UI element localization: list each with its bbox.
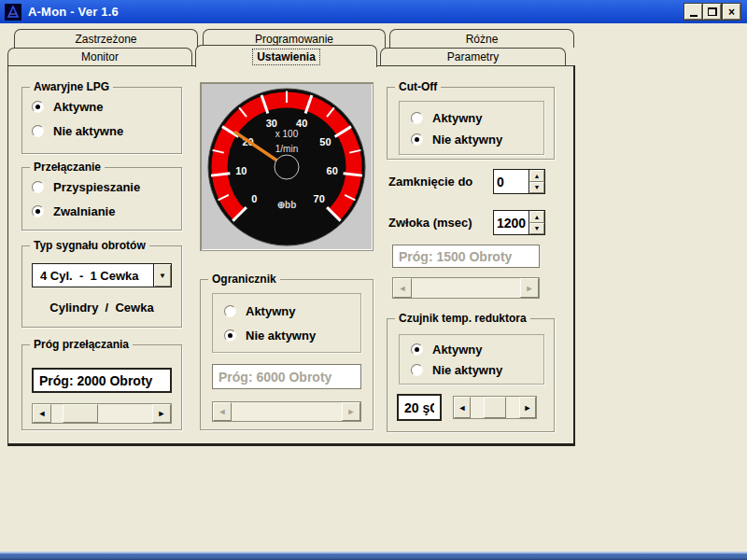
- group-title: Próg przełączania: [30, 338, 133, 351]
- tab-label: Parametry: [447, 50, 499, 63]
- tab-label: Ustawienia: [253, 49, 319, 64]
- tab-monitor[interactable]: Monitor: [7, 48, 192, 65]
- radio-label: Aktywne: [53, 100, 103, 114]
- czujnik-options-panel: Aktywny Nie aktywny: [399, 334, 544, 385]
- radio-button-icon: [32, 101, 44, 113]
- group-typ-sygnalu: Typ sygnału obrotów 4 Cyl. - 1 Cewka ▼ C…: [21, 245, 182, 328]
- scroll-left-button[interactable]: ◄: [454, 397, 471, 418]
- scrollbar-track: [412, 278, 520, 298]
- scrollbar-track[interactable]: [51, 404, 152, 423]
- cylindry-cewka-caption: Cylindry / Cewka: [22, 301, 181, 315]
- spin-up-button[interactable]: ▲: [529, 170, 544, 182]
- radio-button-icon: [32, 181, 44, 193]
- scrollbar-thumb[interactable]: [484, 397, 506, 418]
- tachometer-gauge: 010203040506070x 1001/min⊕bb: [201, 83, 373, 250]
- cylinder-signal-combobox[interactable]: 4 Cyl. - 1 Cewka ▼: [32, 263, 172, 287]
- radio-button-icon: [32, 205, 44, 217]
- cutoff-prog-field: [392, 245, 540, 268]
- minimize-icon: [690, 15, 698, 17]
- scroll-right-button: ►: [342, 402, 360, 421]
- prog-przelaczania-scrollbar: ◄ ►: [32, 403, 172, 424]
- scroll-left-button: ◄: [213, 402, 232, 421]
- restore-icon: [708, 7, 717, 16]
- app-icon: [5, 4, 21, 21]
- radio-ogranicznik-aktywny[interactable]: Aktywny: [224, 303, 295, 318]
- radio-cutoff-aktywny[interactable]: Aktywny: [411, 110, 482, 125]
- group-title: Awaryjne LPG: [30, 80, 113, 93]
- scrollbar-track[interactable]: [471, 397, 519, 418]
- tachometer-panel: 010203040506070x 1001/min⊕bb: [200, 82, 374, 251]
- scroll-left-button[interactable]: ◄: [33, 404, 51, 423]
- svg-text:40: 40: [296, 118, 307, 129]
- zamkniecie-label: Zamknięcie do: [388, 175, 472, 189]
- svg-text:0: 0: [251, 193, 257, 204]
- scrollbar-thumb[interactable]: [63, 404, 98, 423]
- group-title: Cut-Off: [395, 80, 441, 93]
- tab-label: Zastrzeżone: [75, 33, 136, 46]
- radio-cutoff-nie-aktywny[interactable]: Nie aktywny: [411, 132, 502, 147]
- zwloka-value-field[interactable]: [494, 211, 529, 234]
- prog-przelaczania-field[interactable]: [32, 368, 172, 393]
- scroll-right-button: ►: [520, 278, 539, 298]
- svg-text:⊕bb: ⊕bb: [277, 200, 297, 210]
- settings-page: Awaryjne LPG Aktywne Nie aktywne Przełąc…: [7, 65, 575, 446]
- window-title: A-Mon - Ver 1.6: [28, 5, 119, 19]
- scroll-right-button[interactable]: ►: [519, 397, 536, 418]
- ogranicznik-options-panel: Aktywny Nie aktywny: [212, 293, 361, 353]
- group-title: Przełączanie: [30, 161, 105, 174]
- radio-awaryjne-aktywne[interactable]: Aktywne: [32, 99, 103, 114]
- temperature-scrollbar: ◄ ►: [453, 396, 537, 419]
- tab-ustawienia[interactable]: Ustawienia: [195, 45, 377, 67]
- radio-czujnik-aktywny[interactable]: Aktywny: [411, 342, 482, 357]
- radio-label: Nie aktywne: [53, 124, 123, 138]
- temperature-field[interactable]: [397, 394, 442, 421]
- radio-button-icon: [411, 112, 423, 124]
- spin-up-button[interactable]: ▲: [529, 211, 544, 223]
- svg-text:60: 60: [327, 165, 338, 176]
- group-czujnik-temp: Czujnik temp. reduktora Aktywny Nie akty…: [387, 318, 555, 432]
- group-title: Typ sygnału obrotów: [30, 239, 149, 252]
- group-title: Czujnik temp. reduktora: [395, 312, 530, 325]
- radio-button-icon: [224, 329, 236, 342]
- svg-text:50: 50: [319, 136, 331, 147]
- radio-button-icon: [224, 305, 236, 317]
- radio-label: Zwalnianie: [53, 204, 115, 218]
- minimize-button[interactable]: [684, 4, 702, 20]
- tab-parametry[interactable]: Parametry: [380, 48, 566, 65]
- radio-label: Nie aktywny: [246, 329, 316, 343]
- spin-down-button[interactable]: ▼: [529, 223, 544, 235]
- ogranicznik-scrollbar: ◄ ►: [212, 401, 361, 422]
- radio-label: Przyspieszanie: [53, 180, 140, 194]
- group-awaryjne-lpg: Awaryjne LPG Aktywne Nie aktywne: [21, 87, 182, 154]
- tab-rozne[interactable]: Różne: [389, 29, 574, 48]
- radio-przyspieszanie[interactable]: Przyspieszanie: [32, 179, 140, 194]
- radio-czujnik-nie-aktywny[interactable]: Nie aktywny: [411, 362, 502, 377]
- tab-zastrzezone[interactable]: Zastrzeżone: [14, 29, 198, 48]
- close-button[interactable]: ×: [723, 4, 740, 20]
- scroll-right-button[interactable]: ►: [152, 404, 171, 423]
- svg-text:10: 10: [235, 165, 247, 176]
- svg-text:30: 30: [266, 118, 277, 129]
- tab-label: Monitor: [81, 50, 119, 63]
- app-window: A-Mon - Ver 1.6 × Zastrzeżone Programowa…: [0, 0, 747, 560]
- radio-label: Aktywny: [246, 304, 295, 318]
- radio-awaryjne-nie-aktywne[interactable]: Nie aktywne: [32, 123, 123, 138]
- restore-button[interactable]: [703, 4, 721, 20]
- radio-zwalnianie[interactable]: Zwalnianie: [32, 203, 115, 218]
- radio-ogranicznik-nie-aktywny[interactable]: Nie aktywny: [224, 328, 316, 343]
- zwloka-spinedit: ▲ ▼: [493, 210, 545, 235]
- title-bar: A-Mon - Ver 1.6 ×: [0, 0, 747, 23]
- close-icon: ×: [728, 7, 735, 18]
- radio-button-icon: [411, 364, 423, 376]
- zamkniecie-spinedit: ▲ ▼: [493, 169, 545, 194]
- tab-label: Różne: [466, 33, 499, 46]
- svg-text:70: 70: [314, 193, 325, 204]
- group-ogranicznik: Ogranicznik Aktywny Nie aktywny ◄ ►: [200, 279, 374, 430]
- combobox-dropdown-button[interactable]: ▼: [153, 264, 171, 287]
- cutoff-options-panel: Aktywny Nie aktywny: [399, 101, 544, 155]
- zamkniecie-value-field[interactable]: [494, 170, 529, 193]
- svg-text:x 100: x 100: [275, 129, 299, 139]
- chevron-down-icon: ▼: [159, 272, 166, 280]
- scroll-left-button: ◄: [393, 278, 412, 298]
- spin-down-button[interactable]: ▼: [529, 182, 544, 194]
